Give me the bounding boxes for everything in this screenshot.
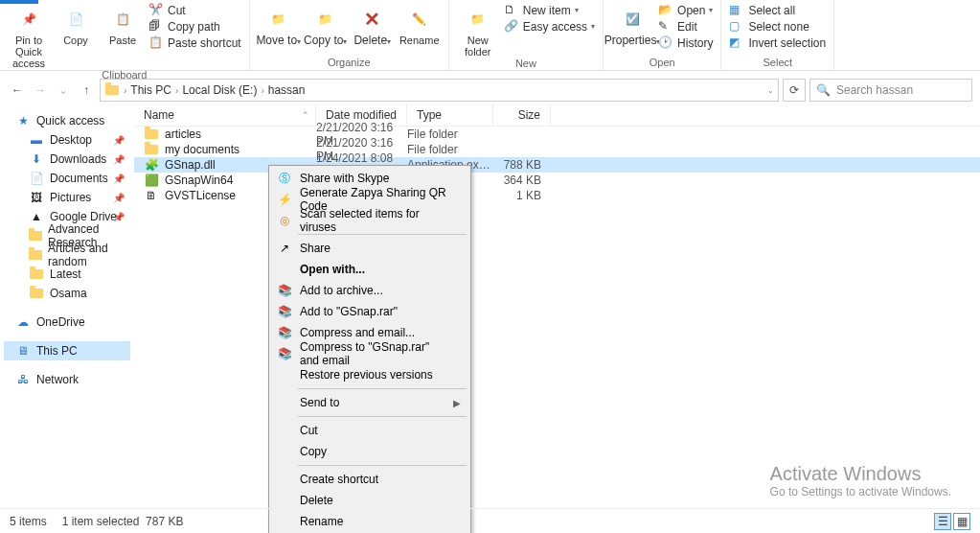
- downloads-icon: ⬇: [29, 151, 44, 167]
- ctx-label: Share with Skype: [300, 172, 389, 185]
- select-none-button[interactable]: ▢Select none: [727, 18, 828, 35]
- delete-button[interactable]: ✕Delete▾: [350, 2, 396, 48]
- folder-icon: [144, 142, 159, 157]
- folder-icon: [29, 247, 42, 263]
- open-button[interactable]: 📂Open ▾: [656, 2, 715, 18]
- history-drop-button[interactable]: ⌄: [54, 81, 73, 100]
- network-label: Network: [36, 373, 79, 386]
- column-size[interactable]: Size: [493, 104, 551, 126]
- copy-path-label: Copy path: [168, 20, 220, 34]
- file-row[interactable]: my documents 2/21/2020 3:16 PM File fold…: [134, 142, 980, 157]
- search-input[interactable]: 🔍 Search hassan: [809, 79, 972, 102]
- new-folder-button[interactable]: 📁New folder: [455, 2, 501, 58]
- file-size: 788 KB: [493, 158, 551, 172]
- zapya-icon: ⚡: [277, 192, 292, 207]
- sidebar-latest[interactable]: Latest: [4, 265, 130, 284]
- sidebar-pictures[interactable]: 🖼Pictures📌: [4, 188, 130, 207]
- sidebar-desktop[interactable]: ▬Desktop📌: [4, 130, 130, 150]
- sidebar-documents[interactable]: 📄Documents📌: [4, 169, 130, 188]
- file-row[interactable]: articles 2/21/2020 3:16 PM File folder: [134, 127, 980, 142]
- ribbon-group-organize: 📁Move to▾ 📁Copy to▾ ✕Delete▾ ✏️Rename Or…: [250, 0, 449, 70]
- up-button[interactable]: ↑: [77, 81, 96, 100]
- view-large-button[interactable]: ▦: [953, 513, 970, 530]
- sidebar-quick-access[interactable]: ★Quick access: [4, 111, 130, 130]
- bc-this-pc[interactable]: ›This PC: [122, 83, 171, 97]
- organize-group-label: Organize: [256, 57, 443, 70]
- ctx-label: Cut: [300, 424, 318, 437]
- easy-access-button[interactable]: 🔗Easy access ▾: [502, 18, 597, 35]
- ctx-separator: [298, 388, 467, 389]
- file-row-selected[interactable]: 🧩GSnap.dll 1/24/2021 8:08 PM Application…: [134, 157, 980, 173]
- breadcrumb-drop[interactable]: ⌄: [767, 86, 774, 95]
- copy-path-button[interactable]: 🗐Copy path: [147, 18, 243, 35]
- pin-icon: 📌: [113, 174, 125, 184]
- status-size: 787 KB: [146, 515, 183, 528]
- column-type[interactable]: Type: [407, 104, 493, 126]
- invert-label: Invert selection: [748, 36, 826, 50]
- paste-button[interactable]: 📋 Paste: [100, 2, 146, 46]
- sidebar-downloads[interactable]: ⬇Downloads📌: [4, 150, 130, 169]
- copy-to-button[interactable]: 📁Copy to▾: [303, 2, 349, 48]
- pin-quick-access-button[interactable]: 📌 Pin to Quick access: [6, 2, 52, 69]
- refresh-button[interactable]: ⟳: [783, 79, 806, 102]
- ribbon-accent: [0, 0, 38, 4]
- sidebar-onedrive[interactable]: ☁OneDrive: [4, 313, 130, 332]
- invert-selection-button[interactable]: ◩Invert selection: [727, 35, 828, 51]
- view-details-button[interactable]: ☰: [934, 513, 951, 530]
- cut-button[interactable]: ✂️Cut: [147, 2, 243, 18]
- copy-button[interactable]: 📄 Copy: [53, 2, 99, 46]
- col-name-label: Name: [144, 108, 174, 122]
- forward-button[interactable]: →: [31, 81, 50, 100]
- pictures-icon: 🖼: [29, 190, 44, 205]
- select-all-button[interactable]: ▦Select all: [727, 2, 828, 18]
- ctx-cut[interactable]: Cut: [271, 420, 468, 441]
- file-size: 1 KB: [493, 189, 551, 202]
- rename-label: Rename: [399, 35, 440, 46]
- onedrive-label: OneDrive: [36, 315, 85, 329]
- ctx-restore[interactable]: Restore previous versions: [271, 364, 468, 385]
- sidebar-osama[interactable]: Osama: [4, 284, 130, 303]
- ctx-label: Compress and email...: [300, 326, 415, 339]
- column-headers: Name⌃ Date modified Type Size: [134, 104, 980, 127]
- bc-hassan[interactable]: ›hassan: [259, 83, 305, 97]
- ctx-copy[interactable]: Copy: [271, 441, 468, 462]
- sidebar-articles-random[interactable]: Articles and random: [4, 245, 130, 265]
- sidebar-this-pc[interactable]: 🖥This PC: [4, 341, 130, 360]
- ctx-compress-rar-email[interactable]: 📚Compress to "GSnap.rar" and email: [271, 343, 468, 364]
- scissors-icon: ✂️: [148, 3, 164, 18]
- ctx-scan[interactable]: ◎Scan selected items for viruses: [271, 210, 468, 231]
- ctx-add-archive[interactable]: 📚Add to archive...: [271, 280, 468, 301]
- ribbon-group-new: 📁New folder 🗋New item ▾ 🔗Easy access ▾ N…: [449, 0, 604, 70]
- ctx-share[interactable]: ↗Share: [271, 238, 468, 259]
- breadcrumb[interactable]: ›This PC ›Local Disk (E:) ›hassan ⌄: [100, 79, 779, 102]
- rename-button[interactable]: ✏️Rename: [397, 2, 443, 46]
- move-to-button[interactable]: 📁Move to▾: [256, 2, 302, 48]
- bc-local-disk[interactable]: ›Local Disk (E:): [173, 83, 257, 97]
- back-button[interactable]: ←: [8, 81, 27, 100]
- ctx-send-to[interactable]: Send to▶: [271, 392, 468, 413]
- ctx-open-with[interactable]: Open with...: [271, 259, 468, 280]
- view-switcher: ☰ ▦: [934, 513, 970, 530]
- new-item-button[interactable]: 🗋New item ▾: [502, 2, 597, 18]
- ctx-label: Compress to "GSnap.rar" and email: [300, 340, 449, 367]
- paste-shortcut-button[interactable]: 📋Paste shortcut: [147, 35, 243, 51]
- paste-label: Paste: [109, 35, 136, 46]
- quick-label: Quick access: [36, 114, 104, 127]
- rename-icon: ✏️: [406, 6, 433, 33]
- properties-button[interactable]: ☑️Properties▾: [609, 2, 655, 48]
- history-button[interactable]: 🕑History: [656, 35, 715, 51]
- edit-button[interactable]: ✎Edit: [656, 18, 715, 35]
- pictures-label: Pictures: [50, 191, 91, 204]
- sidebar-network[interactable]: 🖧Network: [4, 370, 130, 389]
- file-row[interactable]: 🗎GVSTLicense 1 KB: [134, 188, 980, 203]
- ctx-add-gsnap-rar[interactable]: 📚Add to "GSnap.rar": [271, 301, 468, 322]
- ctx-create-shortcut[interactable]: Create shortcut: [271, 469, 468, 490]
- delete-icon: ✕: [359, 6, 386, 33]
- open-label: Open: [677, 4, 705, 17]
- column-name[interactable]: Name⌃: [134, 104, 316, 126]
- ctx-label: Add to archive...: [300, 284, 383, 297]
- ctx-label: Share: [300, 242, 330, 255]
- new-item-label: New item: [523, 4, 571, 17]
- file-name: GSnapWin64: [165, 174, 233, 187]
- file-row[interactable]: 🟩GSnapWin64 364 KB: [134, 173, 980, 188]
